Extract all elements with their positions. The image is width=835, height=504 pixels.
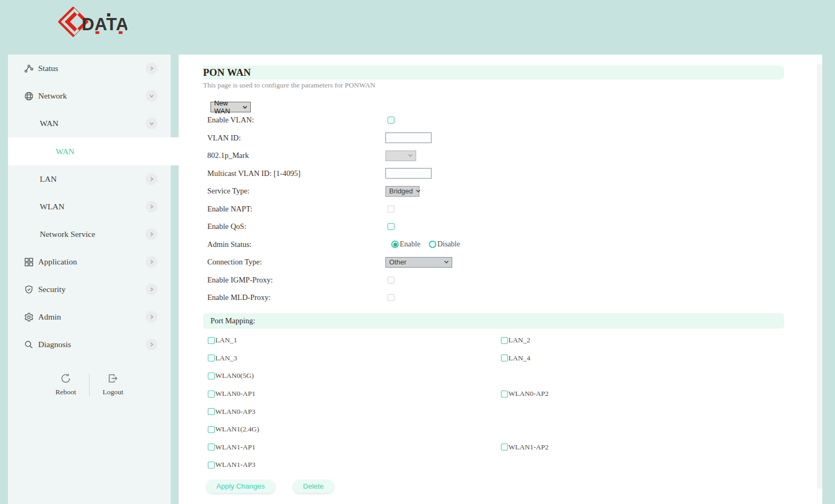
- multicast-vlan-input[interactable]: [385, 168, 432, 179]
- wlan0-ap2-checkbox[interactable]: [501, 391, 508, 397]
- port-option-wlan1-ap3[interactable]: WLAN1-AP3: [203, 461, 501, 469]
- wlan0-ap3-checkbox[interactable]: [208, 408, 215, 415]
- delete-button[interactable]: Delete: [293, 480, 334, 493]
- form-row: Connection Type: Other: [203, 253, 784, 271]
- service-type-select[interactable]: Bridged: [385, 186, 419, 197]
- lan2-checkbox[interactable]: [501, 337, 508, 344]
- port-label: LAN_4: [508, 354, 530, 362]
- lan3-checkbox[interactable]: [208, 355, 215, 361]
- chevron-right-icon[interactable]: [146, 228, 157, 240]
- chevron-right-icon[interactable]: [146, 173, 157, 185]
- sidebar-item-admin[interactable]: Admin: [8, 303, 171, 331]
- sidebar-item-label: Network: [38, 91, 67, 101]
- port-option-wlan0-ap3[interactable]: WLAN0-AP3: [203, 408, 501, 416]
- port-row: LAN_1 LAN_2: [203, 332, 784, 350]
- port-label: WLAN1-AP1: [215, 443, 256, 452]
- logout-button[interactable]: Logout: [93, 373, 133, 396]
- enable-qos-checkbox[interactable]: [388, 223, 394, 230]
- sidebar-item-wan-active[interactable]: WAN: [8, 137, 179, 165]
- chevron-down-icon[interactable]: [146, 90, 157, 102]
- lan1-checkbox[interactable]: [208, 337, 215, 344]
- sidebar-item-diagnosis[interactable]: Diagnosis: [8, 331, 171, 358]
- wlan1-ap1-checkbox[interactable]: [208, 444, 215, 450]
- port-option-lan3[interactable]: LAN_3: [203, 354, 501, 362]
- vlan-id-input[interactable]: [385, 132, 432, 143]
- sidebar: Status Network WAN WAN LAN WLAN: [8, 55, 171, 504]
- chevron-down-icon[interactable]: [146, 118, 157, 129]
- enable-mld-checkbox[interactable]: [388, 294, 394, 301]
- port-label: WLAN0(5G): [215, 372, 254, 380]
- reboot-label: Reboot: [56, 388, 76, 396]
- sidebar-item-network-service[interactable]: Network Service: [8, 220, 171, 248]
- wan-select-value: New WAN: [214, 99, 240, 115]
- cdata-logo: DATA: [58, 7, 127, 38]
- wlan1-24g-checkbox[interactable]: [208, 426, 215, 433]
- enable-napt-checkbox[interactable]: [388, 206, 394, 213]
- scrollbar-thumb[interactable]: [817, 64, 822, 489]
- wlan1-ap3-checkbox[interactable]: [208, 462, 215, 468]
- chevron-right-icon[interactable]: [146, 63, 157, 74]
- chevron-right-icon[interactable]: [146, 201, 157, 213]
- reboot-button[interactable]: Reboot: [46, 373, 86, 396]
- sidebar-item-application[interactable]: Application: [8, 248, 171, 276]
- main-panel: PON WAN This page is used to configure t…: [179, 55, 822, 504]
- enable-vlan-checkbox[interactable]: [388, 117, 394, 123]
- port-row: WLAN0-AP3: [203, 403, 784, 421]
- radio-enable[interactable]: [391, 241, 399, 248]
- sidebar-item-label: Security: [38, 285, 66, 294]
- port-row: WLAN0-AP1 WLAN0-AP2: [203, 385, 784, 403]
- port-row: WLAN1(2.4G): [203, 420, 784, 438]
- chevron-right-icon[interactable]: [146, 311, 157, 323]
- form-row: Enable MLD-Proxy:: [203, 289, 784, 307]
- page-subtitle: This page is used to configure the param…: [203, 81, 784, 90]
- sidebar-item-lan[interactable]: LAN: [8, 165, 171, 193]
- chevron-right-icon[interactable]: [146, 339, 157, 350]
- lan4-checkbox[interactable]: [501, 355, 508, 361]
- port-mapping-grid: LAN_1 LAN_2 LAN_3 LAN_4: [203, 332, 784, 474]
- port-option-lan2[interactable]: LAN_2: [501, 336, 530, 344]
- admin-status-disable-option[interactable]: Disable: [429, 240, 460, 249]
- sidebar-item-label: Diagnosis: [38, 340, 71, 349]
- radio-enable-label: Enable: [400, 240, 420, 249]
- port-option-lan1[interactable]: LAN_1: [203, 336, 501, 344]
- sidebar-item-label: Status: [38, 64, 58, 73]
- sidebar-item-network[interactable]: Network: [8, 82, 171, 110]
- globe-icon: [24, 91, 34, 101]
- shield-icon: [24, 284, 34, 295]
- port-option-wlan1-ap2[interactable]: WLAN1-AP2: [501, 443, 549, 452]
- sidebar-item-security[interactable]: Security: [8, 276, 171, 303]
- vlan-id-label: VLAN ID:: [203, 134, 385, 143]
- apply-changes-button[interactable]: Apply Changes: [206, 480, 275, 493]
- port-option-wlan1-24g[interactable]: WLAN1(2.4G): [203, 425, 501, 434]
- sidebar-item-label: WLAN: [40, 202, 65, 211]
- wlan0-5g-checkbox[interactable]: [208, 373, 215, 379]
- connection-type-select[interactable]: Other: [385, 257, 452, 268]
- port-option-lan4[interactable]: LAN_4: [501, 354, 530, 362]
- port-option-wlan0-ap1[interactable]: WLAN0-AP1: [203, 390, 501, 398]
- enable-napt-label: Enable NAPT:: [203, 205, 385, 214]
- chevron-right-icon[interactable]: [146, 284, 157, 295]
- radio-disable[interactable]: [429, 241, 436, 248]
- reboot-icon: [60, 373, 72, 386]
- port-option-wlan1-ap1[interactable]: WLAN1-AP1: [203, 443, 501, 452]
- port-label: WLAN0-AP3: [215, 408, 256, 416]
- pon-wan-form: Enable VLAN: VLAN ID: 802.1p_Mark Multic…: [203, 111, 784, 307]
- p-mark-select[interactable]: [385, 151, 416, 161]
- wlan1-ap2-checkbox[interactable]: [501, 444, 508, 450]
- port-label: WLAN0-AP1: [215, 390, 256, 398]
- sidebar-item-label: WAN: [56, 147, 74, 156]
- enable-igmp-checkbox[interactable]: [388, 277, 394, 284]
- admin-status-enable-option[interactable]: Enable: [391, 240, 420, 249]
- port-row: WLAN1-AP3: [203, 456, 784, 474]
- chevron-right-icon[interactable]: [146, 256, 157, 268]
- sidebar-item-wan-group[interactable]: WAN: [8, 110, 171, 137]
- sidebar-item-wlan[interactable]: WLAN: [8, 193, 171, 220]
- status-icon: [24, 63, 34, 74]
- sidebar-item-status[interactable]: Status: [8, 55, 171, 82]
- sidebar-footer: Reboot Logout: [8, 373, 171, 396]
- port-option-wlan0-ap2[interactable]: WLAN0-AP2: [501, 390, 549, 398]
- wan-select[interactable]: New WAN: [210, 102, 251, 112]
- wlan0-ap1-checkbox[interactable]: [208, 391, 215, 397]
- port-option-wlan0-5g[interactable]: WLAN0(5G): [203, 372, 501, 380]
- sidebar-item-label: Application: [38, 257, 77, 267]
